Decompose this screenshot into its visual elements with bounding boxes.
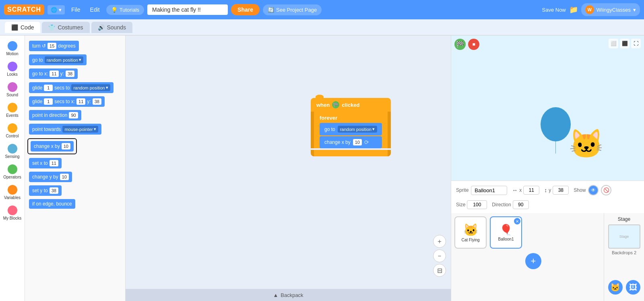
script-area[interactable]: when 🏁 clicked forever go to random posi… (126, 35, 451, 301)
show-visible-button[interactable]: 👁 (588, 185, 599, 195)
add-sprite-button[interactable]: + (525, 253, 541, 269)
goto-block[interactable]: go to random position ▾ (29, 54, 87, 65)
y-arrow-icon: ↕ (544, 187, 547, 193)
fullscreen-button[interactable]: ⛶ (631, 39, 641, 48)
tutorials-button[interactable]: 💡 Tutorials (106, 5, 144, 15)
goto-dropdown[interactable]: random position ▾ (45, 56, 83, 63)
turn-block-row: turn ↺ 15 degrees (27, 39, 123, 52)
edit-menu[interactable]: Edit (87, 5, 103, 15)
goto-inner-block[interactable]: go to random position ▾ (320, 123, 382, 135)
goto-y-input[interactable]: 38 (66, 71, 74, 77)
backpack-bar[interactable]: ▲ Backpack (126, 289, 451, 301)
set-y-block-row: set y to 38 (27, 184, 123, 197)
sprite-card-cat-flying[interactable]: 🐱 Cat Flying (454, 216, 487, 249)
sidebar-item-variables[interactable]: Variables (1, 183, 24, 202)
x-coord-group: ↔ x (512, 186, 539, 195)
sidebar-item-motion[interactable]: Motion (1, 39, 24, 58)
sounds-tab-icon: 🔊 (98, 24, 105, 31)
save-now-button[interactable]: Save Now (542, 7, 566, 13)
x-input[interactable] (523, 186, 539, 195)
change-y-block[interactable]: change y by 10 (29, 172, 72, 182)
glide2-y-input[interactable]: 38 (93, 98, 101, 105)
sprite-delete-button[interactable]: ✕ (514, 218, 520, 224)
direction-group: Direction (492, 200, 528, 209)
gotoxy-label: go to x: (32, 71, 48, 77)
sidebar-item-events[interactable]: Events (1, 100, 24, 120)
project-name-input[interactable] (147, 4, 228, 15)
direction-input[interactable] (513, 200, 529, 209)
glide1-dropdown[interactable]: random position ▾ (71, 84, 110, 91)
set-y-input[interactable]: 38 (50, 187, 58, 194)
goto-inner-dropdown[interactable]: random position ▾ (338, 126, 377, 133)
scratch-logo[interactable]: SCRATCH (4, 4, 44, 15)
myblocks-label: My Blocks (3, 216, 22, 220)
sidebar-item-operators[interactable]: Operators (1, 162, 24, 182)
glide2-y-label: y: (87, 99, 91, 104)
glide2-block[interactable]: glide 1 secs to x: 11 y: 38 (29, 96, 105, 107)
tab-code[interactable]: ⬛ Code (5, 22, 40, 33)
change-x-inner-block[interactable]: change x by 10 ⟳ (320, 136, 382, 148)
turn-block[interactable]: turn ↺ 15 degrees (29, 41, 79, 51)
turn-degrees-input[interactable]: 15 (47, 43, 56, 49)
change-x-block[interactable]: change x by 10 (31, 141, 74, 152)
green-flag-button[interactable]: 🏁 (454, 39, 466, 50)
looks-dot (8, 62, 17, 71)
username-label: WiingyClasses (597, 7, 631, 13)
glide1-secs-input[interactable]: 1 (44, 85, 53, 91)
tabbar: ⬛ Code 👕 Costumes 🔊 Sounds (0, 19, 644, 35)
goto-x-input[interactable]: 11 (50, 71, 58, 77)
stage-balloon-string (555, 141, 556, 154)
sidebar-item-sensing[interactable]: Sensing (1, 141, 24, 161)
gotoxy-block[interactable]: go to x: 11 y: 38 (29, 69, 78, 79)
sidebar-item-looks[interactable]: Looks (1, 59, 24, 79)
stop-button[interactable]: ■ (468, 39, 479, 50)
glide2-x-input[interactable]: 11 (76, 98, 85, 105)
small-stage-button[interactable]: ⬜ (609, 39, 618, 48)
large-stage-button[interactable]: ⬛ (620, 39, 630, 48)
forever-block[interactable]: forever go to random position ▾ change x… (311, 112, 391, 148)
y-input[interactable] (553, 186, 569, 195)
script-container[interactable]: when 🏁 clicked forever go to random posi… (311, 98, 391, 156)
if-on-edge-block[interactable]: if on edge, bounce (29, 199, 75, 209)
change-x-input[interactable]: 10 (62, 143, 70, 149)
sidebar-item-sound[interactable]: Sound (1, 80, 24, 100)
tab-sounds[interactable]: 🔊 Sounds (91, 22, 132, 33)
language-button[interactable]: 🌐 ▾ (47, 5, 65, 15)
sprite-name-input[interactable] (471, 186, 507, 195)
sidebar-item-control[interactable]: Control (1, 121, 24, 141)
change-x-label: change x by (34, 143, 60, 149)
show-hidden-button[interactable]: 🚫 (601, 185, 611, 195)
sidebar-item-myblocks[interactable]: My Blocks (1, 203, 24, 223)
zoom-out-button[interactable]: － (433, 249, 446, 262)
costumes-tab-icon: 👕 (48, 24, 55, 31)
see-project-button[interactable]: 🔄 See Project Page (263, 4, 322, 15)
point-dir-block[interactable]: point in direction 90 (29, 110, 81, 120)
user-menu-button[interactable]: W WiingyClasses ▾ (581, 3, 640, 16)
scroll-icon: ⟳ (364, 139, 369, 145)
set-x-input[interactable]: 11 (50, 160, 58, 166)
glide2-secs-input[interactable]: 1 (44, 98, 53, 105)
size-input[interactable] (467, 200, 487, 209)
when-clicked-block[interactable]: when 🏁 clicked (311, 98, 391, 112)
set-y-block[interactable]: set y to 38 (29, 185, 62, 196)
tab-costumes[interactable]: 👕 Costumes (42, 22, 89, 33)
glide1-block[interactable]: glide 1 secs to random position ▾ (29, 82, 114, 93)
point-towards-dropdown[interactable]: mouse-pointer ▾ (62, 126, 98, 133)
point-towards-block[interactable]: point towards mouse-pointer ▾ (29, 124, 101, 135)
change-x-inner-input[interactable]: 10 (353, 139, 362, 145)
folder-button[interactable]: 📁 (569, 5, 578, 14)
fit-button[interactable]: ⊟ (433, 264, 446, 277)
change-y-input[interactable]: 10 (60, 174, 69, 180)
stage-thumbnail[interactable]: Stage (608, 224, 640, 249)
zoom-in-button[interactable]: ＋ (433, 235, 446, 248)
sprite-card-balloon1[interactable]: ✕ 🎈 Balloon1 (490, 216, 522, 249)
when-flag-hat[interactable]: when 🏁 clicked forever go to random posi… (311, 98, 391, 156)
sprite-library-button[interactable]: 🐱 (608, 280, 623, 295)
point-dir-input[interactable]: 90 (69, 112, 78, 118)
right-panel: 🏁 ■ ⬜ ⬛ ⛶ 🐱 Spri (451, 35, 644, 301)
file-menu[interactable]: File (68, 5, 84, 15)
stage-backdrop-button[interactable]: 🖼 (626, 280, 640, 295)
share-button[interactable]: Share (231, 4, 260, 15)
set-x-block[interactable]: set x to 11 (29, 158, 62, 168)
code-tab-icon: ⬛ (11, 24, 18, 31)
